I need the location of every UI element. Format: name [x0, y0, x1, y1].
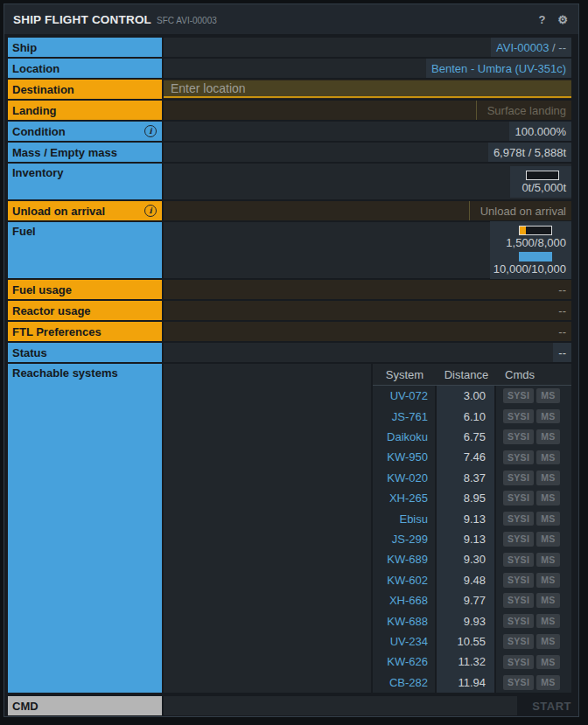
system-cell: KW-602 [373, 570, 435, 590]
condition-info-icon[interactable]: i [144, 125, 157, 137]
table-row: JS-299 9.13 SYSI MS [373, 529, 571, 549]
unload-row: Unload on arrival i Unload on arrival [8, 201, 571, 220]
ship-label: Ship [8, 38, 162, 57]
ms-button[interactable]: MS [536, 532, 559, 547]
system-link[interactable]: KW-020 [387, 471, 428, 484]
settings-gear-icon[interactable]: ⚙ [557, 14, 568, 25]
distance-cell: 3.00 [437, 386, 494, 406]
system-cell: XH-265 [373, 488, 435, 508]
sysi-button[interactable]: SYSI [503, 634, 534, 649]
cmds-cell: SYSI MS [496, 610, 571, 631]
reachable-systems-table: System Distance Cmds UV-072 3.00 SYSI MS… [373, 364, 571, 693]
system-cell: KW-688 [373, 610, 435, 631]
ms-button[interactable]: MS [536, 573, 559, 588]
unload-info-icon[interactable]: i [144, 205, 157, 217]
unload-on-arrival-option[interactable]: Unload on arrival [469, 201, 571, 220]
ms-button[interactable]: MS [536, 409, 559, 424]
system-link[interactable]: KW-626 [387, 655, 428, 668]
ship-link[interactable]: AVI-00003 [496, 41, 549, 54]
system-link[interactable]: KW-950 [387, 450, 428, 464]
table-row: KW-689 9.30 SYSI MS [373, 549, 571, 569]
sysi-button[interactable]: SYSI [503, 655, 534, 670]
ms-button[interactable]: MS [536, 634, 559, 649]
start-button[interactable]: START [524, 700, 571, 713]
system-link[interactable]: CB-282 [389, 676, 428, 689]
sysi-button[interactable]: SYSI [503, 409, 534, 424]
inventory-capacity-text: 0t/5,000t [522, 181, 568, 195]
ftl-preferences-value: -- [164, 322, 571, 341]
ms-button[interactable]: MS [536, 614, 559, 629]
reactor-usage-value: -- [164, 301, 571, 320]
sysi-button[interactable]: SYSI [503, 675, 534, 690]
ms-button[interactable]: MS [536, 388, 559, 403]
table-row: XH-265 8.95 SYSI MS [373, 488, 571, 508]
sysi-button[interactable]: SYSI [503, 388, 534, 403]
surface-landing-option[interactable]: Surface landing [476, 101, 571, 120]
mass-value-chip: 6,978t / 5,888t [488, 143, 571, 162]
reachable-systems-label: Reachable systems [8, 364, 162, 693]
sysi-button[interactable]: SYSI [503, 553, 534, 568]
system-link[interactable]: KW-688 [387, 615, 428, 628]
ms-button[interactable]: MS [536, 593, 559, 608]
cmds-cell: SYSI MS [496, 488, 571, 508]
landing-value: Surface landing [164, 101, 571, 120]
cmds-cell: SYSI MS [496, 673, 571, 693]
system-link[interactable]: JS-299 [392, 533, 428, 546]
status-value-chip: -- [553, 343, 571, 362]
distance-column-header: Distance [437, 364, 496, 385]
location-link[interactable]: Benten - Umbra (UV-351c) [431, 62, 566, 75]
system-cell: UV-234 [373, 631, 435, 652]
system-cell: JS-761 [373, 406, 435, 426]
help-icon[interactable]: ? [538, 14, 545, 25]
system-link[interactable]: KW-689 [387, 553, 428, 566]
system-link[interactable]: Ebisu [399, 512, 428, 526]
system-link[interactable]: KW-602 [387, 574, 428, 587]
system-link[interactable]: UV-234 [390, 635, 428, 648]
cmds-cell: SYSI MS [496, 631, 571, 652]
ms-button[interactable]: MS [536, 450, 559, 465]
ftl-preferences-row: FTL Preferences -- [8, 322, 571, 341]
cmds-cell: SYSI MS [496, 406, 571, 426]
ms-button[interactable]: MS [536, 491, 559, 505]
location-label: Location [8, 59, 162, 78]
sysi-button[interactable]: SYSI [503, 512, 534, 526]
sysi-button[interactable]: SYSI [503, 593, 534, 608]
destination-row: Destination [8, 80, 571, 99]
sysi-button[interactable]: SYSI [503, 429, 534, 444]
table-header-row: System Distance Cmds [373, 364, 571, 386]
ms-button[interactable]: MS [536, 675, 559, 690]
fuel-row: Fuel 1,500/8,000 10,000/10,000 [8, 222, 571, 278]
ms-button[interactable]: MS [536, 429, 559, 444]
location-value-chip: Benten - Umbra (UV-351c) [426, 59, 571, 78]
sysi-button[interactable]: SYSI [503, 471, 534, 485]
system-link[interactable]: XH-265 [389, 491, 428, 505]
system-link[interactable]: Daikoku [387, 430, 428, 443]
fuel-label: Fuel [8, 222, 162, 278]
status-label: Status [8, 343, 162, 362]
sysi-button[interactable]: SYSI [503, 614, 534, 629]
fuel-value: 1,500/8,000 10,000/10,000 [164, 222, 571, 278]
landing-label: Landing [8, 101, 162, 120]
cmd-label-text: CMD [12, 700, 38, 713]
ms-button[interactable]: MS [536, 512, 559, 526]
inventory-value: 0t/5,000t [164, 164, 571, 199]
inventory-gauge-chip: 0t/5,000t [510, 166, 571, 198]
cmd-input[interactable] [164, 696, 517, 715]
distance-cell: 11.32 [437, 652, 494, 672]
sysi-button[interactable]: SYSI [503, 532, 534, 547]
sysi-button[interactable]: SYSI [503, 573, 534, 588]
system-link[interactable]: JS-761 [392, 410, 428, 423]
system-link[interactable]: XH-668 [389, 594, 428, 607]
ms-button[interactable]: MS [536, 553, 559, 568]
destination-input[interactable] [164, 80, 571, 98]
reactor-usage-row: Reactor usage -- [8, 301, 571, 320]
ms-button[interactable]: MS [536, 471, 559, 485]
distance-cell: 10.55 [437, 631, 494, 652]
title-bar: SHIP FLIGHT CONTROL SFC AVI-00003 ? ⚙ [4, 4, 578, 34]
ms-button[interactable]: MS [536, 655, 559, 670]
sysi-button[interactable]: SYSI [503, 450, 534, 465]
distance-cell: 9.13 [437, 529, 494, 549]
cmds-cell: SYSI MS [496, 652, 571, 672]
sysi-button[interactable]: SYSI [503, 491, 534, 505]
system-link[interactable]: UV-072 [390, 389, 428, 402]
